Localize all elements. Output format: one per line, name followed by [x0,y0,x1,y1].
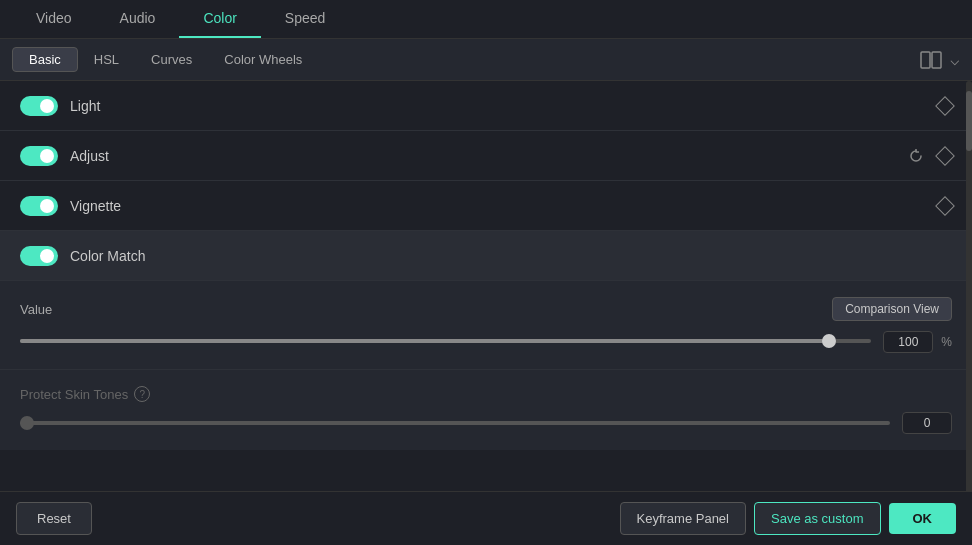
tab-audio[interactable]: Audio [96,0,180,38]
protect-slider-track[interactable] [20,421,890,425]
tab-color[interactable]: Color [179,0,260,38]
bottom-left-actions: Reset [16,502,92,535]
top-tab-bar: Video Audio Color Speed [0,0,972,39]
sub-tab-hsl[interactable]: HSL [78,48,135,71]
adjust-section-row: Adjust [0,131,972,181]
scrollbar-thumb[interactable] [966,91,972,151]
svg-rect-1 [932,52,941,68]
protect-input-field[interactable] [902,412,952,434]
value-slider-thumb[interactable] [822,334,836,348]
protect-help-icon[interactable]: ? [134,386,150,402]
vignette-actions [938,199,952,213]
sub-tab-basic[interactable]: Basic [12,47,78,72]
light-toggle[interactable] [20,96,58,116]
comparison-view-button[interactable]: Comparison View [832,297,952,321]
color-match-label: Color Match [70,248,952,264]
protect-label-row: Protect Skin Tones ? [20,386,952,402]
color-match-toggle[interactable] [20,246,58,266]
protect-skin-tones-section: Protect Skin Tones ? [0,370,972,450]
value-input-field[interactable] [883,331,933,353]
save-as-custom-button[interactable]: Save as custom [754,502,881,535]
sub-tab-curves[interactable]: Curves [135,48,208,71]
light-section-row: Light [0,81,972,131]
vignette-toggle[interactable] [20,196,58,216]
vignette-section-row: Vignette [0,181,972,231]
adjust-label: Adjust [70,148,906,164]
chevron-down-icon[interactable]: ⌵ [950,50,960,69]
sub-tab-bar: Basic HSL Curves Color Wheels ⌵ [0,39,972,81]
scrollbar[interactable] [966,81,972,511]
keyframe-panel-button[interactable]: Keyframe Panel [620,502,747,535]
adjust-keyframe-icon[interactable] [935,146,955,166]
value-slider-header: Value Comparison View [20,297,952,321]
bottom-bar: Reset Keyframe Panel Save as custom OK [0,491,972,545]
sub-tab-color-wheels[interactable]: Color Wheels [208,48,318,71]
light-actions [938,99,952,113]
protect-slider-thumb[interactable] [20,416,34,430]
adjust-toggle[interactable] [20,146,58,166]
color-match-section-row: Color Match [0,231,972,281]
adjust-reset-icon[interactable] [906,146,926,166]
adjust-actions [906,146,952,166]
light-keyframe-icon[interactable] [935,96,955,116]
value-label: Value [20,302,52,317]
bottom-right-actions: Keyframe Panel Save as custom OK [620,502,957,535]
vignette-keyframe-icon[interactable] [935,196,955,216]
ok-button[interactable]: OK [889,503,957,534]
sections-scroll-area: Light Adjust Vignette [0,81,972,511]
value-unit: % [941,335,952,349]
protect-label: Protect Skin Tones [20,387,128,402]
value-slider-row: % [20,331,952,353]
comparison-split-icon[interactable] [920,51,942,69]
value-slider-track[interactable] [20,339,871,345]
reset-button[interactable]: Reset [16,502,92,535]
sub-tabs-right: ⌵ [920,50,960,69]
tab-speed[interactable]: Speed [261,0,349,38]
value-slider-section: Value Comparison View % [0,281,972,370]
tab-video[interactable]: Video [12,0,96,38]
svg-rect-0 [921,52,930,68]
protect-slider-row [20,412,952,434]
light-label: Light [70,98,938,114]
vignette-label: Vignette [70,198,938,214]
